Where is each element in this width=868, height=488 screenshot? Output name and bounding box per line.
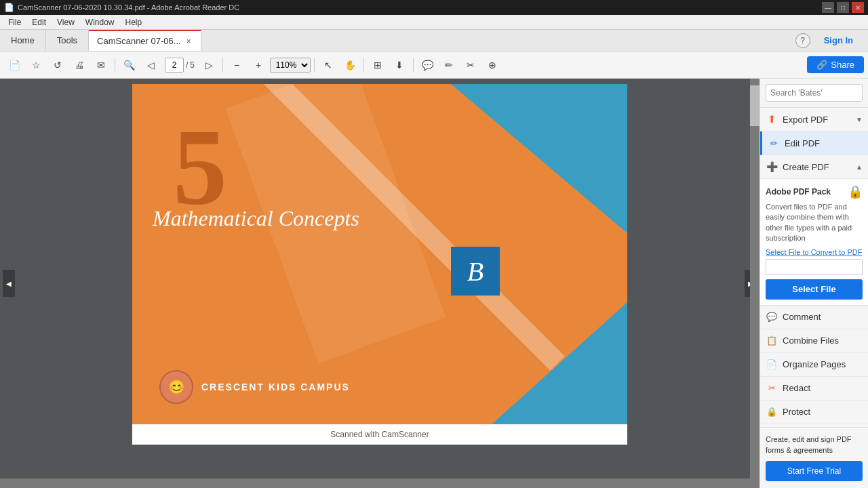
separator-4 bbox=[363, 58, 364, 73]
more-tools-button[interactable]: ⊕ bbox=[482, 55, 502, 75]
print-button[interactable]: 🖨 bbox=[69, 55, 90, 75]
zoom-out-btn2[interactable]: − bbox=[226, 55, 247, 75]
page-separator: / bbox=[186, 60, 188, 70]
selection-tool-button[interactable]: ↖ bbox=[318, 55, 338, 75]
close-button[interactable]: ✕ bbox=[852, 2, 864, 13]
free-trial-button[interactable]: Start Free Trial bbox=[766, 461, 863, 481]
scanned-with-text: Scanned with CamScanner bbox=[132, 424, 627, 445]
select-file-label[interactable]: Select File to Convert to PDF bbox=[766, 248, 863, 256]
bookmark-button[interactable]: ☆ bbox=[26, 55, 46, 75]
panel-item-export-pdf[interactable]: ⬆ Export PDF ▼ bbox=[760, 108, 868, 131]
minimize-button[interactable]: — bbox=[822, 2, 834, 13]
menu-help[interactable]: Help bbox=[120, 16, 148, 28]
tab-close-button[interactable]: × bbox=[185, 37, 193, 46]
separator-2 bbox=[222, 58, 223, 73]
panel-items-list: ⬆ Export PDF ▼ ✏ Edit PDF ➕ Create PDF ▲ bbox=[760, 108, 868, 427]
prev-page-button[interactable]: ◁ bbox=[140, 55, 161, 75]
main-area: ◀ 5 Mathematical Concepts B 😊 CRESCENT K… bbox=[0, 79, 868, 488]
scroll-mode-button[interactable]: ⬇ bbox=[389, 55, 410, 75]
panel-item-create-left: ➕ Create PDF bbox=[766, 161, 829, 173]
tab-tools[interactable]: Tools bbox=[46, 30, 89, 51]
select-file-button[interactable]: Select File bbox=[766, 279, 863, 300]
zoom-out-button[interactable]: 🔍 bbox=[119, 55, 139, 75]
combine-files-icon: 📋 bbox=[766, 335, 778, 347]
tab-home[interactable]: Home bbox=[0, 30, 46, 51]
scroll-left-arrow[interactable]: ◀ bbox=[3, 270, 15, 297]
marquee-zoom-button[interactable]: ⊞ bbox=[368, 55, 388, 75]
menu-view[interactable]: View bbox=[52, 16, 80, 28]
export-pdf-icon: ⬆ bbox=[766, 113, 778, 125]
panel-search-input[interactable] bbox=[766, 84, 863, 102]
separator-5 bbox=[413, 58, 414, 73]
next-page-button[interactable]: ▷ bbox=[199, 55, 219, 75]
separator-1 bbox=[115, 58, 115, 73]
pdf-page: 5 Mathematical Concepts B 😊 CRESCENT KID… bbox=[132, 84, 627, 424]
help-button[interactable]: ? bbox=[795, 33, 810, 48]
school-name: CRESCENT KIDS CAMPUS bbox=[201, 382, 350, 392]
menu-file[interactable]: File bbox=[3, 16, 26, 28]
page-number-input[interactable] bbox=[165, 58, 184, 73]
email-button[interactable]: ✉ bbox=[91, 55, 111, 75]
share-label: Share bbox=[831, 60, 854, 70]
tab-document-label: CamScanner 07-06... bbox=[97, 36, 181, 46]
share-button[interactable]: 🔗 Share bbox=[807, 56, 864, 73]
previous-view-button[interactable]: ↺ bbox=[47, 55, 68, 75]
redact-label: Redact bbox=[783, 383, 810, 393]
panel-item-organize[interactable]: 📄 Organize Pages bbox=[760, 353, 868, 377]
pdf-viewer[interactable]: ◀ 5 Mathematical Concepts B 😊 CRESCENT K… bbox=[0, 79, 760, 488]
school-logo: 😊 bbox=[159, 370, 193, 404]
export-pdf-dropdown-arrow: ▼ bbox=[856, 116, 863, 123]
menu-window[interactable]: Window bbox=[80, 16, 120, 28]
eraser-tool-button[interactable]: ✂ bbox=[460, 55, 481, 75]
protect-label: Protect bbox=[783, 407, 810, 417]
tab-bar: Home Tools CamScanner 07-06... × ? Sign … bbox=[0, 30, 868, 52]
tab-document[interactable]: CamScanner 07-06... × bbox=[89, 30, 201, 51]
comment-icon: 💬 bbox=[766, 311, 778, 323]
panel-item-edit-pdf[interactable]: ✏ Edit PDF bbox=[760, 131, 868, 155]
maximize-button[interactable]: □ bbox=[837, 2, 849, 13]
edit-pdf-label: Edit PDF bbox=[785, 138, 820, 148]
app-icon: 📄 bbox=[4, 3, 14, 12]
file-input-area[interactable] bbox=[766, 259, 863, 275]
redact-icon: ✂ bbox=[766, 382, 778, 394]
combine-label: Combine Files bbox=[783, 336, 839, 346]
panel-search-area bbox=[760, 79, 868, 108]
menu-bar: File Edit View Window Help bbox=[0, 15, 868, 30]
panel-item-create-pdf[interactable]: ➕ Create PDF ▲ bbox=[760, 155, 868, 179]
create-pdf-icon: ➕ bbox=[766, 161, 778, 173]
school-logo-area: 😊 CRESCENT KIDS CAMPUS bbox=[159, 370, 350, 404]
comment-tool-button[interactable]: 💬 bbox=[417, 55, 437, 75]
scroll-thumb[interactable] bbox=[750, 85, 760, 126]
edit-pdf-icon: ✏ bbox=[768, 137, 780, 149]
panel-item-combine[interactable]: 📋 Combine Files bbox=[760, 329, 868, 353]
window-title: CamScanner 07-06-2020 10.30.34.pdf - Ado… bbox=[18, 3, 822, 12]
export-pdf-label: Export PDF bbox=[783, 115, 828, 125]
bottom-text: Create, edit and sign PDF forms & agreem… bbox=[766, 434, 863, 455]
horizontal-scrollbar[interactable] bbox=[0, 479, 750, 488]
draw-tool-button[interactable]: ✏ bbox=[439, 55, 459, 75]
letter-b-box: B bbox=[451, 247, 500, 296]
zoom-select[interactable]: 110% 100% 125% 150% 75% bbox=[270, 58, 311, 73]
panel-item-redact[interactable]: ✂ Redact bbox=[760, 377, 868, 401]
new-document-button[interactable]: 📄 bbox=[4, 55, 24, 75]
pdf-page-container: 5 Mathematical Concepts B 😊 CRESCENT KID… bbox=[132, 84, 627, 445]
panel-item-export-left: ⬆ Export PDF bbox=[766, 113, 828, 125]
share-icon: 🔗 bbox=[816, 60, 827, 70]
total-pages: 5 bbox=[190, 60, 195, 70]
comment-label: Comment bbox=[783, 312, 821, 322]
hand-tool-button[interactable]: ✋ bbox=[340, 55, 360, 75]
organize-pages-icon: 📄 bbox=[766, 359, 778, 371]
adobe-pack-title: Adobe PDF Pack bbox=[766, 187, 831, 197]
vertical-scrollbar[interactable] bbox=[750, 79, 760, 488]
panel-item-protect[interactable]: 🔒 Protect bbox=[760, 401, 868, 424]
sign-in-button[interactable]: Sign In bbox=[816, 33, 861, 48]
title-bar: 📄 CamScanner 07-06-2020 10.30.34.pdf - A… bbox=[0, 0, 868, 15]
menu-edit[interactable]: Edit bbox=[26, 16, 52, 28]
right-panel: ⬆ Export PDF ▼ ✏ Edit PDF ➕ Create PDF ▲ bbox=[760, 79, 868, 488]
panel-item-comment[interactable]: 💬 Comment bbox=[760, 306, 868, 329]
organize-label: Organize Pages bbox=[783, 359, 846, 369]
zoom-in-btn[interactable]: + bbox=[248, 55, 269, 75]
book-title: Mathematical Concepts bbox=[153, 206, 492, 231]
toolbar: 📄 ☆ ↺ 🖨 ✉ 🔍 ◁ / 5 ▷ − + 110% 100% 125% 1… bbox=[0, 52, 868, 79]
tab-right-area: ? Sign In bbox=[201, 30, 868, 51]
